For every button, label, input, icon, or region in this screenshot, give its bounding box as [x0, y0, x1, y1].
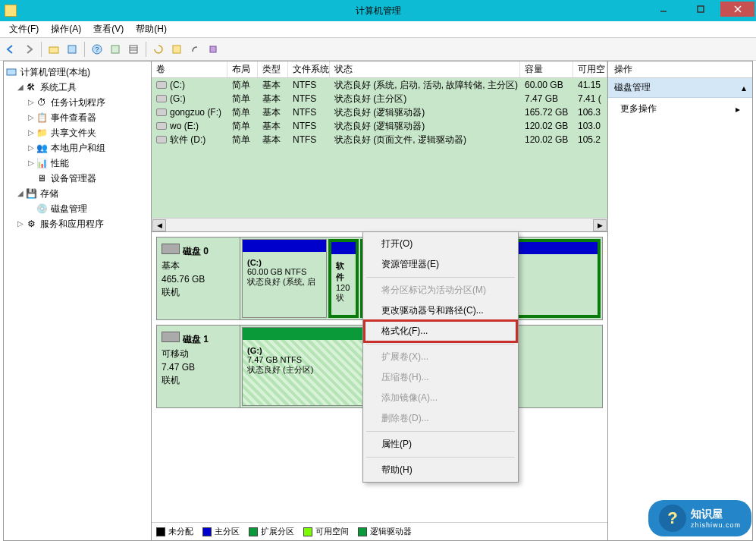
actions-section[interactable]: 磁盘管理▴ — [608, 78, 752, 98]
collapse-icon[interactable]: ◢ — [16, 81, 25, 93]
cm-open[interactable]: 打开(O) — [365, 234, 516, 254]
services-icon: ⚙ — [25, 218, 37, 230]
watermark: ? 知识屋zhishiwu.com — [648, 500, 751, 536]
partition-c[interactable]: (C:)60.00 GB NTFS状态良好 (系统, 启 — [242, 239, 327, 318]
device-icon: 🖥 — [36, 172, 48, 184]
cm-delete-vol: 删除卷(D)... — [365, 408, 516, 429]
legend-label: 逻辑驱动器 — [370, 526, 412, 537]
expand-icon[interactable]: ▷ — [27, 96, 36, 109]
back-button[interactable] — [3, 42, 18, 57]
volume-name: 软件 (D:) — [170, 134, 205, 146]
expand-icon[interactable]: ▷ — [27, 142, 36, 154]
svg-rect-13 — [210, 46, 216, 52]
expand-icon[interactable]: ▷ — [27, 157, 36, 169]
refresh-icon[interactable] — [151, 42, 166, 57]
disk-icon — [162, 244, 180, 254]
menu-view[interactable]: 查看(V) — [87, 21, 130, 37]
actions-pane: 操作 磁盘管理▴ 更多操作▸ — [608, 61, 752, 540]
volume-layout: 简单 — [227, 120, 258, 133]
help-icon[interactable]: ? — [89, 42, 105, 57]
disk-icon — [162, 332, 180, 342]
col-status[interactable]: 状态 — [330, 61, 520, 77]
properties-icon[interactable] — [64, 42, 80, 57]
volume-free: 105.2 — [573, 134, 607, 145]
disk-size: 7.47 GB — [162, 362, 235, 373]
legend-logical: 逻辑驱动器 — [358, 526, 412, 537]
tools-icon: 🛠 — [25, 81, 37, 93]
volume-free: 41.15 — [573, 80, 607, 90]
horizontal-scrollbar[interactable]: ◀▶ — [152, 218, 607, 231]
swatch-icon — [249, 527, 258, 536]
collapse-icon[interactable]: ◢ — [16, 187, 25, 200]
list-icon[interactable] — [126, 42, 141, 57]
tree-root[interactable]: 计算机管理(本地) — [5, 64, 149, 80]
window-title: 计算机管理 — [356, 5, 401, 17]
cm-properties[interactable]: 属性(P) — [365, 434, 516, 455]
cm-shrink: 压缩卷(H)... — [365, 367, 516, 388]
forward-button[interactable] — [21, 42, 36, 57]
storage-icon: 💾 — [25, 187, 37, 200]
col-layout[interactable]: 布局 — [227, 61, 258, 77]
expand-icon[interactable]: ▷ — [16, 218, 25, 230]
tree-task-scheduler[interactable]: ▷⏱任务计划程序 — [5, 95, 149, 110]
maximize-button[interactable] — [683, 2, 717, 17]
volume-row[interactable]: (C:)简单基本NTFS状态良好 (系统, 启动, 活动, 故障转储, 主分区)… — [152, 78, 607, 92]
tree-system-tools[interactable]: ◢🛠系统工具 — [5, 80, 149, 95]
tree-shared-folders[interactable]: ▷📁共享文件夹 — [5, 125, 149, 140]
folder-icon[interactable] — [46, 42, 61, 57]
tree-device-manager[interactable]: 🖥设备管理器 — [5, 171, 149, 186]
menu-operation[interactable]: 操作(A) — [45, 21, 87, 37]
menu-help[interactable]: 帮助(H) — [130, 21, 173, 37]
tree-root-label: 计算机管理(本地) — [20, 66, 90, 78]
cm-change-drive[interactable]: 更改驱动器号和路径(C)... — [365, 300, 516, 321]
save-icon[interactable] — [169, 42, 184, 57]
expand-icon[interactable]: ▷ — [27, 127, 36, 139]
cm-help[interactable]: 帮助(H) — [365, 460, 516, 480]
settings-icon[interactable] — [205, 42, 221, 57]
volume-capacity: 120.02 GB — [520, 121, 573, 131]
expand-icon[interactable]: ▷ — [27, 112, 36, 124]
menu-file[interactable]: 文件(F) — [3, 21, 45, 37]
partition-title: 软件 — [336, 261, 344, 282]
volume-row[interactable]: gongzuo (F:)简单基本NTFS状态良好 (逻辑驱动器)165.72 G… — [152, 105, 607, 119]
disk-label-area[interactable]: 磁盘 0 基本 465.76 GB 联机 — [157, 237, 240, 319]
tree-label: 存储 — [40, 187, 58, 200]
action-icon[interactable] — [108, 42, 123, 57]
more-actions[interactable]: 更多操作▸ — [608, 98, 752, 120]
col-type[interactable]: 类型 — [258, 61, 288, 77]
volume-row[interactable]: (G:)简单基本NTFS状态良好 (主分区)7.47 GB7.41 ( — [152, 92, 607, 105]
close-button[interactable] — [720, 2, 754, 17]
col-volume[interactable]: 卷 — [152, 61, 227, 77]
legend-unallocated: 未分配 — [156, 526, 193, 537]
collapse-icon[interactable]: ▴ — [742, 83, 746, 93]
disk-label-area[interactable]: 磁盘 1 可移动 7.47 GB 联机 — [157, 326, 240, 407]
minimize-button[interactable] — [646, 2, 680, 17]
disk-type: 可移动 — [162, 348, 235, 360]
volume-free: 106.3 — [573, 107, 607, 118]
tree-performance[interactable]: ▷📊性能 — [5, 156, 149, 171]
scroll-left-icon[interactable]: ◀ — [152, 219, 166, 231]
tree-disk-management[interactable]: 💿磁盘管理 — [5, 201, 149, 216]
tree-label: 系统工具 — [40, 81, 77, 93]
tree-storage[interactable]: ◢💾存储 — [5, 186, 149, 201]
tree-services[interactable]: ▷⚙服务和应用程序 — [5, 216, 149, 231]
tree-event-viewer[interactable]: ▷📋事件查看器 — [5, 110, 149, 125]
volume-type: 基本 — [258, 93, 288, 105]
volume-row[interactable]: 软件 (D:)简单基本NTFS状态良好 (页面文件, 逻辑驱动器)120.02 … — [152, 133, 607, 146]
volume-icon — [156, 81, 167, 89]
tree-local-users[interactable]: ▷👥本地用户和组 — [5, 140, 149, 156]
toolbar: ? — [0, 38, 756, 61]
volume-row[interactable]: wo (E:)简单基本NTFS状态良好 (逻辑驱动器)120.02 GB103.… — [152, 119, 607, 133]
disk-name: 磁盘 0 — [183, 246, 209, 256]
volume-status: 状态良好 (页面文件, 逻辑驱动器) — [330, 134, 520, 146]
actions-header: 操作 — [608, 61, 752, 78]
col-filesystem[interactable]: 文件系统 — [288, 61, 330, 77]
cm-format[interactable]: 格式化(F)... — [365, 321, 516, 341]
disk-state: 联机 — [162, 286, 235, 299]
scroll-right-icon[interactable]: ▶ — [593, 219, 607, 231]
col-capacity[interactable]: 容量 — [520, 61, 573, 77]
undo-icon[interactable] — [187, 42, 202, 57]
cm-explorer[interactable]: 资源管理器(E) — [365, 254, 516, 275]
partition-d-selected[interactable]: 软件120状 — [328, 239, 359, 318]
col-free[interactable]: 可用空 — [573, 61, 607, 77]
